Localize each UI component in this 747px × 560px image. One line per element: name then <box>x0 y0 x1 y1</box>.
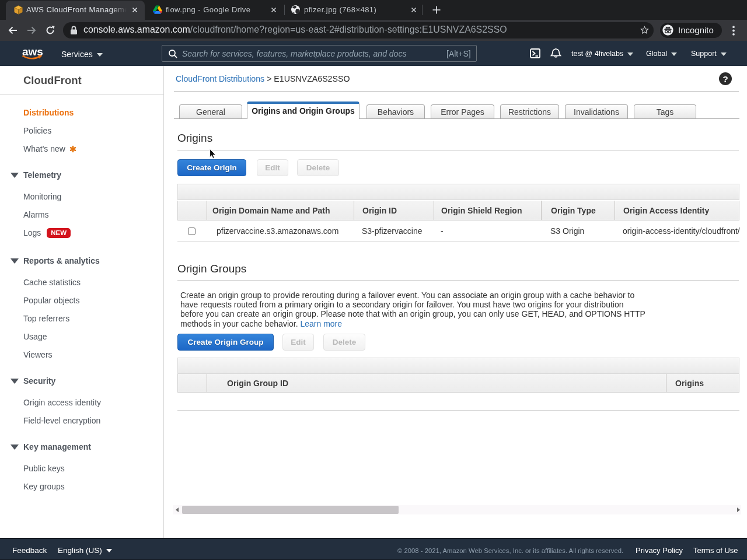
svg-text:?: ? <box>722 74 728 84</box>
